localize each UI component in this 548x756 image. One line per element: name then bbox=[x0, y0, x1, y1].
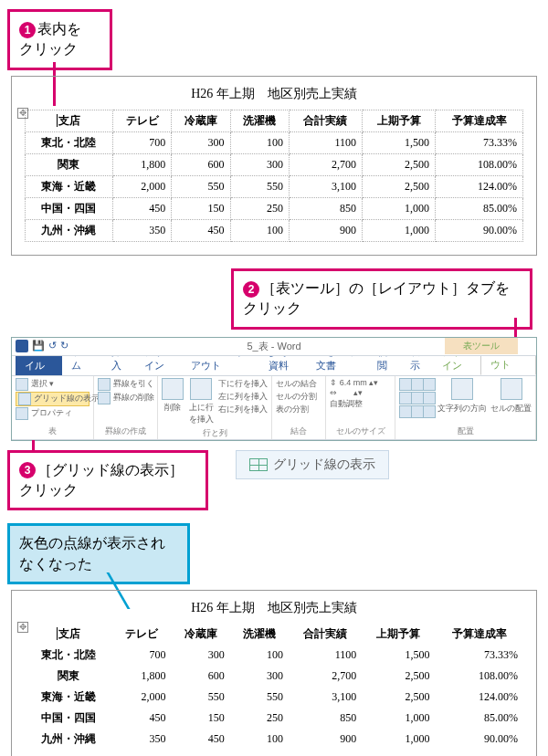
callout-4-text: 灰色の点線が表示されなくなった bbox=[19, 535, 165, 571]
col-tv: テレビ bbox=[112, 624, 171, 645]
word-icon bbox=[16, 340, 28, 352]
view-gridlines-label: グリッド線の表示 bbox=[273, 457, 375, 473]
table-row: 九州・沖縄3504501009001,00090.00% bbox=[25, 729, 523, 750]
eraser-icon bbox=[98, 392, 111, 404]
callout-4: 灰色の点線が表示されなくなった bbox=[7, 523, 190, 584]
table-row: 関東1,8006003002,7002,500108.00% bbox=[25, 666, 523, 687]
split-cells-button[interactable]: セルの分割 bbox=[276, 391, 321, 403]
insert-above-button[interactable]: 上に行を挿入 bbox=[189, 403, 214, 424]
doc-title: H26 年上期 地区別売上実績 bbox=[25, 86, 523, 102]
pencil-icon bbox=[98, 378, 111, 391]
ribbon: 選択 ▾ グリッド線の表示 プロパティ 表 罫線を引く 罫線の削除 罫線の作成 … bbox=[12, 376, 536, 440]
table-header-row: 支店 テレビ 冷蔵庫 洗濯機 合計実績 上期予算 予算達成率 bbox=[25, 624, 523, 645]
sales-table-before[interactable]: 支店 テレビ 冷蔵庫 洗濯機 合計実績 上期予算 予算達成率 東北・北陸7003… bbox=[25, 110, 523, 242]
redo-icon[interactable]: ↻ bbox=[60, 340, 68, 352]
insert-right-button[interactable]: 右に列を挿入 bbox=[218, 404, 268, 415]
callout-1: 1表内を クリック bbox=[7, 9, 112, 70]
cell-margin-icon[interactable] bbox=[501, 378, 522, 400]
row-height-input[interactable]: ⇕ 6.4 mm ▴▾ bbox=[330, 378, 391, 387]
col-branch: 支店 bbox=[25, 624, 112, 645]
group-alignment: 文字列の方向 セルの配置 配置 bbox=[395, 376, 536, 439]
cell-margin-button[interactable]: セルの配置 bbox=[490, 403, 532, 415]
document-name: 5_表 - Word bbox=[247, 340, 300, 353]
callout-3-number: 3 bbox=[19, 462, 36, 478]
callout-3-text: ［グリッド線の表示］クリック bbox=[19, 462, 184, 498]
erase-border-button[interactable]: 罫線の削除 bbox=[98, 392, 153, 404]
text-direction-button[interactable]: 文字列の方向 bbox=[437, 403, 487, 415]
callout-2-text: ［表ツール］の［レイアウト］タブをクリック bbox=[243, 280, 510, 316]
table-move-handle-icon[interactable]: ✥ bbox=[17, 108, 28, 119]
select-button[interactable]: 選択 ▾ bbox=[16, 378, 90, 391]
insert-left-button[interactable]: 左に列を挿入 bbox=[218, 391, 268, 403]
callout-1-text-b: クリック bbox=[19, 41, 78, 57]
callout-2-number: 2 bbox=[243, 281, 259, 298]
col-wash: 洗濯機 bbox=[230, 110, 289, 131]
callout-1-number: 1 bbox=[19, 22, 36, 38]
save-icon[interactable]: 💾 bbox=[32, 340, 45, 352]
table-row: 東北・北陸70030010011001,50073.33% bbox=[26, 131, 523, 153]
callout-1-text-a: 表内を bbox=[37, 21, 81, 37]
table-row: 東海・近畿2,0005505503,1002,500124.00% bbox=[25, 687, 523, 708]
view-gridlines-button-enlarged[interactable]: グリッド線の表示 bbox=[236, 450, 389, 479]
ribbon-tabs: ファイル ホーム 挿入 デザイン ページ レイアウト 参考資料 差し込み文書 校… bbox=[12, 356, 536, 376]
merge-cells-button[interactable]: セルの結合 bbox=[276, 378, 321, 390]
table-row: 東北・北陸70030010011001,50073.33% bbox=[25, 645, 523, 666]
callout-3: 3［グリッド線の表示］クリック bbox=[7, 450, 208, 511]
col-fridge: 冷蔵庫 bbox=[172, 624, 230, 645]
col-total: 合計実績 bbox=[289, 110, 362, 131]
table-tools-context: 表ツール bbox=[445, 338, 518, 354]
group-table: 選択 ▾ グリッド線の表示 プロパティ 表 bbox=[12, 376, 94, 439]
delete-icon[interactable] bbox=[162, 378, 184, 400]
col-rate: 予算達成率 bbox=[436, 110, 523, 131]
alignment-grid-icon[interactable] bbox=[399, 378, 434, 418]
group-draw: 罫線を引く 罫線の削除 罫線の作成 bbox=[94, 376, 158, 439]
text-direction-icon[interactable] bbox=[451, 378, 473, 400]
grid-icon bbox=[249, 458, 268, 471]
col-branch: 支店 bbox=[26, 110, 113, 131]
group-rows-cols: 削除 上に行を挿入 下に行を挿入 左に列を挿入 右に列を挿入 行と列 bbox=[158, 376, 272, 439]
properties-button[interactable]: プロパティ bbox=[16, 407, 90, 420]
table-row: 関東1,8006003002,7002,500108.00% bbox=[26, 153, 523, 175]
group-merge: セルの結合 セルの分割 表の分割 結合 bbox=[272, 376, 326, 439]
autofit-button[interactable]: 自動調整 bbox=[330, 398, 391, 410]
col-fridge: 冷蔵庫 bbox=[172, 110, 230, 131]
insert-below-button[interactable]: 下に行を挿入 bbox=[218, 378, 268, 390]
doc-title-after: H26 年上期 地区別売上実績 bbox=[25, 600, 523, 616]
col-rate: 予算達成率 bbox=[436, 624, 523, 645]
select-icon bbox=[16, 378, 28, 391]
col-total: 合計実績 bbox=[289, 624, 362, 645]
table-row: 九州・沖縄3504501009001,00090.00% bbox=[26, 219, 523, 241]
insert-above-icon[interactable] bbox=[190, 378, 212, 400]
draw-border-button[interactable]: 罫線を引く bbox=[98, 378, 153, 391]
table-row: 中国・四国4501502508501,00085.00% bbox=[26, 197, 523, 219]
callout-2: 2［表ツール］の［レイアウト］タブをクリック bbox=[231, 268, 532, 330]
document-panel-after: H26 年上期 地区別売上実績 ✥ 支店 テレビ 冷蔵庫 洗濯機 合計実績 上期… bbox=[11, 590, 537, 756]
word-window: 💾 ↺ ↻ 5_表 - Word 表ツール ファイル ホーム 挿入 デザイン ペ… bbox=[11, 337, 537, 441]
table-move-handle-icon[interactable]: ✥ bbox=[17, 622, 28, 633]
sales-table-after[interactable]: 支店 テレビ 冷蔵庫 洗濯機 合計実績 上期予算 予算達成率 東北・北陸7003… bbox=[25, 624, 523, 750]
view-gridlines-button[interactable]: グリッド線の表示 bbox=[16, 392, 90, 406]
col-budget: 上期予算 bbox=[362, 110, 435, 131]
col-wash: 洗濯機 bbox=[230, 624, 289, 645]
properties-icon bbox=[16, 407, 28, 420]
group-cell-size: ⇕ 6.4 mm ▴▾ ⇔ ▴▾ 自動調整 セルのサイズ bbox=[326, 376, 395, 439]
document-panel-before: H26 年上期 地区別売上実績 ✥ 支店 テレビ 冷蔵庫 洗濯機 合計実績 上期… bbox=[11, 76, 537, 256]
grid-icon bbox=[18, 393, 31, 405]
undo-icon[interactable]: ↺ bbox=[48, 340, 57, 352]
table-row: 中国・四国4501502508501,00085.00% bbox=[25, 708, 523, 729]
col-budget: 上期予算 bbox=[362, 624, 435, 645]
table-header-row: 支店 テレビ 冷蔵庫 洗濯機 合計実績 上期予算 予算達成率 bbox=[26, 110, 523, 131]
split-table-button[interactable]: 表の分割 bbox=[276, 404, 321, 415]
quick-access-toolbar[interactable]: 💾 ↺ ↻ bbox=[16, 340, 68, 352]
word-titlebar: 💾 ↺ ↻ 5_表 - Word 表ツール bbox=[12, 338, 536, 356]
col-width-input[interactable]: ⇔ ▴▾ bbox=[330, 388, 391, 397]
delete-button[interactable]: 削除 bbox=[164, 403, 181, 412]
col-tv: テレビ bbox=[112, 110, 171, 131]
table-row: 東海・近畿2,0005505503,1002,500124.00% bbox=[26, 175, 523, 197]
